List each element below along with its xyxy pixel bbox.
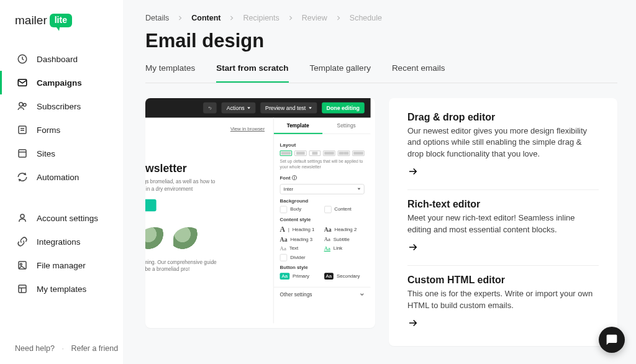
- editor-preview-card: Actions Preview and test Done editing Vi…: [145, 98, 375, 328]
- sidebar-nav: Dashboard Campaigns Subscribers Forms Si…: [0, 42, 123, 306]
- refer-link[interactable]: Refer a friend: [71, 344, 118, 353]
- sidebar-item-sites[interactable]: Sites: [0, 142, 123, 165]
- sidebar-item-subscribers[interactable]: Subscribers: [0, 94, 123, 118]
- svg-point-8: [20, 263, 22, 265]
- style-heading-1[interactable]: A| Heading 1: [280, 225, 320, 234]
- layout-option[interactable]: [280, 150, 292, 156]
- section-background: Background: [280, 198, 365, 204]
- chevron-right-icon: [178, 16, 183, 20]
- sidebar-item-file-manager[interactable]: File manager: [0, 253, 123, 277]
- option-drag-drop[interactable]: Drag & drop editor Our newest editor giv…: [407, 112, 599, 190]
- crumb-content[interactable]: Content: [191, 14, 220, 22]
- svg-point-2: [19, 102, 23, 106]
- crumb-recipients[interactable]: Recipients: [243, 14, 279, 22]
- option-title: Rich-text editor: [407, 199, 599, 210]
- sidebar-item-label: Campaigns: [37, 78, 82, 88]
- svg-point-3: [24, 104, 27, 107]
- style-secondary-button[interactable]: Aa Secondary: [324, 273, 365, 280]
- done-editing-button[interactable]: Done editing: [322, 102, 365, 114]
- body-color-swatch[interactable]: [280, 206, 288, 213]
- layout-option[interactable]: [338, 150, 350, 156]
- sidebar-item-label: Account settings: [37, 214, 98, 223]
- layout-option[interactable]: [294, 150, 306, 156]
- style-heading-2[interactable]: Aa Heading 2: [324, 226, 365, 233]
- sidebar-item-integrations[interactable]: Integrations: [0, 230, 123, 253]
- preview-toolbar: Actions Preview and test Done editing: [145, 98, 371, 117]
- tab-recent-emails[interactable]: Recent emails: [392, 63, 445, 83]
- crumb-details[interactable]: Details: [145, 14, 169, 22]
- style-subtitle[interactable]: Aa Subtitle: [324, 237, 365, 243]
- section-button-style: Button style: [280, 265, 365, 270]
- panel-tab-template[interactable]: Template: [274, 117, 322, 134]
- image-icon: [17, 260, 28, 271]
- layout-option[interactable]: [309, 150, 320, 156]
- preview-side-panel: Template Settings Layout: [273, 117, 371, 323]
- sidebar-item-account-settings[interactable]: Account settings: [0, 206, 123, 230]
- form-icon: [17, 124, 28, 135]
- option-custom-html[interactable]: Custom HTML editor This one is for the e…: [407, 275, 599, 341]
- preview-cta-button[interactable]: [145, 199, 157, 211]
- option-desc: Our newest editor gives you more design …: [407, 125, 599, 160]
- svg-rect-9: [19, 285, 26, 293]
- sidebar-item-forms[interactable]: Forms: [0, 118, 123, 142]
- layout-hint: Set up default settings that will be app…: [280, 158, 365, 170]
- section-content-style: Content style: [280, 217, 365, 222]
- style-heading-3[interactable]: Aa Heading 3: [280, 236, 320, 243]
- svg-rect-5: [19, 150, 26, 157]
- chevron-right-icon: [288, 16, 293, 20]
- style-divider[interactable]: Divider: [280, 254, 322, 262]
- preview-test-button[interactable]: Preview and test: [260, 102, 317, 114]
- tab-template-gallery[interactable]: Template gallery: [310, 63, 371, 83]
- sidebar-item-dashboard[interactable]: Dashboard: [0, 47, 123, 71]
- layout-option[interactable]: [352, 150, 364, 156]
- option-rich-text[interactable]: Rich-text editor Meet your new rich-text…: [407, 199, 599, 266]
- user-icon: [17, 212, 28, 224]
- style-text[interactable]: Aa Text: [280, 245, 320, 252]
- help-link[interactable]: Need help?: [15, 344, 55, 353]
- section-font: Font ⓘ: [280, 175, 365, 181]
- template-icon: [17, 283, 28, 294]
- sidebar-item-automation[interactable]: Automation: [0, 165, 123, 189]
- style-link[interactable]: Aa Link: [324, 245, 365, 252]
- content-color-swatch[interactable]: [324, 206, 332, 213]
- crumb-schedule[interactable]: Schedule: [350, 14, 382, 22]
- chevron-right-icon: [229, 16, 234, 20]
- style-primary-button[interactable]: Aa Primary: [280, 273, 320, 280]
- clock-icon: [17, 53, 28, 65]
- logo[interactable]: mailer lite: [0, 0, 123, 42]
- section-other-settings[interactable]: Other settings: [274, 287, 371, 298]
- tab-start-from-scratch[interactable]: Start from scratch: [216, 63, 288, 83]
- sidebar-item-label: My templates: [37, 284, 86, 294]
- preview-image: [145, 227, 273, 250]
- sidebar-item-my-templates[interactable]: My templates: [0, 277, 123, 301]
- layout-icon: [17, 148, 28, 159]
- link-icon: [17, 236, 28, 247]
- section-layout: Layout: [280, 143, 365, 148]
- chevron-right-icon: [336, 16, 341, 20]
- sidebar-item-label: Forms: [37, 125, 60, 135]
- breadcrumb: Details Content Recipients Review Schedu…: [145, 14, 617, 22]
- actions-button[interactable]: Actions: [222, 102, 255, 114]
- sidebar: mailer lite Dashboard Campaigns Subscrib…: [0, 0, 123, 364]
- layout-option[interactable]: [324, 150, 335, 156]
- preview-canvas: View in browser ewsletter ings bromeliad…: [145, 117, 273, 323]
- option-desc: This one is for the experts. Write or im…: [407, 288, 599, 311]
- sidebar-item-label: Sites: [37, 149, 55, 158]
- panel-tab-settings[interactable]: Settings: [322, 117, 371, 134]
- chat-icon: [606, 334, 618, 346]
- sidebar-item-campaigns[interactable]: Campaigns: [0, 71, 123, 94]
- logo-badge: lite: [50, 14, 72, 27]
- editor-options-card: Drag & drop editor Our newest editor giv…: [389, 98, 617, 346]
- tab-my-templates[interactable]: My templates: [145, 63, 195, 83]
- sidebar-footer: Need help? · Refer a friend: [15, 344, 118, 353]
- view-in-browser-link[interactable]: View in browser: [145, 126, 273, 138]
- undo-button[interactable]: [204, 102, 217, 114]
- font-select[interactable]: Inter: [280, 184, 365, 194]
- preview-text: elming. Our comprehensive guideto be a b…: [145, 259, 243, 273]
- crumb-review[interactable]: Review: [302, 14, 327, 22]
- support-chat-button[interactable]: [599, 327, 625, 353]
- option-desc: Meet your new rich-text editor! Seamless…: [407, 212, 599, 235]
- sidebar-item-label: Integrations: [37, 237, 81, 247]
- arrow-right-icon: [407, 317, 599, 331]
- option-title: Custom HTML editor: [407, 275, 599, 286]
